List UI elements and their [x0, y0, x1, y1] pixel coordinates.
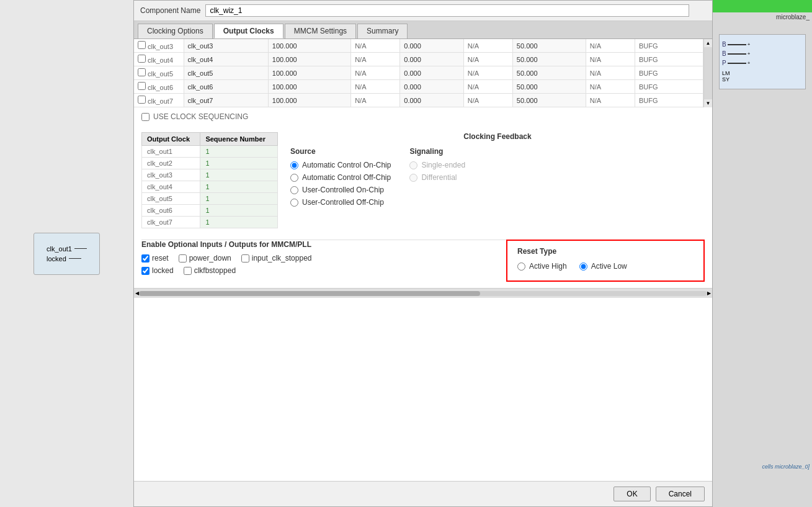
- clk-out5-name[interactable]: clk_out5: [184, 66, 268, 80]
- h-scroll-track[interactable]: [139, 291, 707, 296]
- feedback-signaling-col: Signaling Single-ended Differential: [409, 147, 465, 210]
- clk-out7-dc[interactable]: 50.000: [512, 94, 586, 107]
- single-ended-radio[interactable]: [409, 161, 417, 169]
- clk-out4-duty[interactable]: 0.000: [400, 53, 463, 66]
- clk-out5-freq[interactable]: 100.000: [268, 66, 350, 80]
- scroll-track[interactable]: [704, 47, 712, 99]
- clk-out7-check[interactable]: [138, 96, 146, 104]
- power-down-check[interactable]: [179, 254, 187, 262]
- reset-check[interactable]: [141, 254, 149, 262]
- clk-out3-na2: N/A: [463, 39, 512, 53]
- clk-out4-dc[interactable]: 50.000: [512, 53, 586, 66]
- power-down-label: power_down: [189, 254, 231, 262]
- use-clock-seq-check[interactable]: [141, 113, 149, 121]
- input-clk-stopped-checkbox-item[interactable]: input_clk_stopped: [241, 254, 312, 262]
- active-low-radio[interactable]: [579, 262, 587, 271]
- locked-checkbox-item[interactable]: locked: [141, 266, 174, 275]
- optional-section: Enable Optional Inputs / Outputs for MMC…: [141, 240, 506, 279]
- clk-out5-na2: N/A: [463, 66, 512, 80]
- seq-num-4[interactable]: 1: [200, 193, 278, 205]
- clk-out5-duty[interactable]: 0.000: [400, 66, 463, 80]
- single-ended-label: Single-ended: [421, 161, 465, 169]
- clkfbstopped-check[interactable]: [184, 267, 192, 275]
- table-row: clk_out4 clk_out4 100.000 N/A 0.000 N/A …: [134, 53, 703, 66]
- seq-num-0[interactable]: 1: [200, 146, 278, 158]
- clk-out6-name[interactable]: clk_out6: [184, 80, 268, 94]
- reset-type-title: Reset Type: [517, 247, 694, 256]
- clk-out6-na2: N/A: [463, 80, 512, 94]
- user-on-chip-option: User-Controlled On-Chip: [290, 186, 391, 194]
- clk-out3-duty[interactable]: 0.000: [400, 39, 463, 53]
- clk-out7-buf: BUFG: [635, 94, 703, 107]
- clk-out6-na3: N/A: [586, 80, 635, 94]
- active-high-option[interactable]: Active High: [517, 262, 567, 271]
- clk-out3-name[interactable]: clk_out3: [184, 39, 268, 53]
- optional-title-prefix: Enable Optional Inputs / Outputs for: [141, 240, 271, 249]
- clk-out6-dc[interactable]: 50.000: [512, 80, 586, 94]
- microblaze-label: microblaze_: [713, 12, 812, 22]
- user-off-chip-radio[interactable]: [290, 199, 298, 207]
- clkfbstopped-checkbox-item[interactable]: clkfbstopped: [184, 266, 236, 275]
- clk-out3-dc[interactable]: 50.000: [512, 39, 586, 53]
- clk-out5-dc[interactable]: 50.000: [512, 66, 586, 80]
- vertical-scrollbar[interactable]: ▲ ▼: [703, 39, 712, 107]
- scroll-down-arrow[interactable]: ▼: [705, 99, 712, 107]
- clk-out3-freq[interactable]: 100.000: [268, 39, 350, 53]
- left-panel: clk_out1 locked: [0, 0, 133, 507]
- clock-table: clk_out3 clk_out3 100.000 N/A 0.000 N/A …: [134, 39, 703, 107]
- h-scroll-thumb[interactable]: [139, 291, 480, 296]
- clk-out7-freq[interactable]: 100.000: [268, 94, 350, 107]
- locked-check[interactable]: [141, 267, 149, 275]
- clk-out3-buf: BUFG: [635, 39, 703, 53]
- power-down-checkbox-item[interactable]: power_down: [179, 254, 231, 262]
- clk-out7-duty[interactable]: 0.000: [400, 94, 463, 107]
- scroll-right-arrow[interactable]: ▶: [707, 290, 711, 296]
- bottom-row: Enable Optional Inputs / Outputs for MMC…: [134, 235, 712, 288]
- auto-off-chip-radio[interactable]: [290, 174, 298, 182]
- seq-clock-1: clk_out2: [142, 158, 200, 169]
- clk-out6-freq[interactable]: 100.000: [268, 80, 350, 94]
- clk-out6-check[interactable]: [138, 82, 146, 90]
- seq-num-3[interactable]: 1: [200, 181, 278, 193]
- component-name-input[interactable]: [205, 4, 689, 17]
- lower-section: Output Clock Sequence Number clk_out1 1c…: [134, 126, 712, 235]
- clk-out3-phase-na: N/A: [351, 39, 400, 53]
- seq-num-2[interactable]: 1: [200, 169, 278, 181]
- seq-num-5[interactable]: 1: [200, 205, 278, 217]
- input-clk-stopped-label: input_clk_stopped: [252, 254, 312, 262]
- tab-summary[interactable]: Summary: [357, 24, 408, 38]
- clk-out4-check[interactable]: [138, 55, 146, 63]
- seq-num-1[interactable]: 1: [200, 158, 278, 169]
- dialog-footer: OK Cancel: [134, 481, 712, 506]
- clk-out6-na1: N/A: [351, 80, 400, 94]
- scroll-up-arrow[interactable]: ▲: [705, 39, 712, 47]
- clk-out5-check[interactable]: [138, 68, 146, 76]
- auto-on-chip-label: Automatic Control On-Chip: [302, 161, 391, 169]
- clk-out5-na3: N/A: [586, 66, 635, 80]
- clk-out5-buf: BUFG: [635, 66, 703, 80]
- active-high-radio[interactable]: [517, 262, 525, 271]
- ok-button[interactable]: OK: [613, 487, 650, 501]
- tab-output-clocks[interactable]: Output Clocks: [214, 24, 283, 38]
- seq-num-6[interactable]: 1: [200, 217, 278, 228]
- tab-mmcm-settings[interactable]: MMCM Settings: [285, 24, 356, 38]
- seq-clock-4: clk_out5: [142, 193, 200, 205]
- input-clk-stopped-check[interactable]: [241, 254, 249, 262]
- user-on-chip-radio[interactable]: [290, 186, 298, 194]
- main-content: Component Name Clocking Options Output C…: [133, 0, 713, 507]
- clk-out4-freq[interactable]: 100.000: [268, 53, 350, 66]
- tab-clocking-options[interactable]: Clocking Options: [138, 24, 213, 38]
- clk-out4-na1: N/A: [351, 53, 400, 66]
- clk-out7-name[interactable]: clk_out7: [184, 94, 268, 107]
- clk-out6-duty[interactable]: 0.000: [400, 80, 463, 94]
- cancel-button[interactable]: Cancel: [656, 487, 705, 501]
- auto-on-chip-radio[interactable]: [290, 161, 298, 169]
- seq-clock-2: clk_out3: [142, 169, 200, 181]
- clk-out3-check[interactable]: [138, 41, 146, 49]
- reset-label: reset: [152, 254, 169, 262]
- clk-out4-name[interactable]: clk_out4: [184, 53, 268, 66]
- reset-checkbox-item[interactable]: reset: [141, 254, 169, 262]
- horizontal-scrollbar[interactable]: ◀ ▶: [134, 288, 712, 298]
- differential-radio[interactable]: [409, 174, 417, 182]
- active-low-option[interactable]: Active Low: [579, 262, 627, 271]
